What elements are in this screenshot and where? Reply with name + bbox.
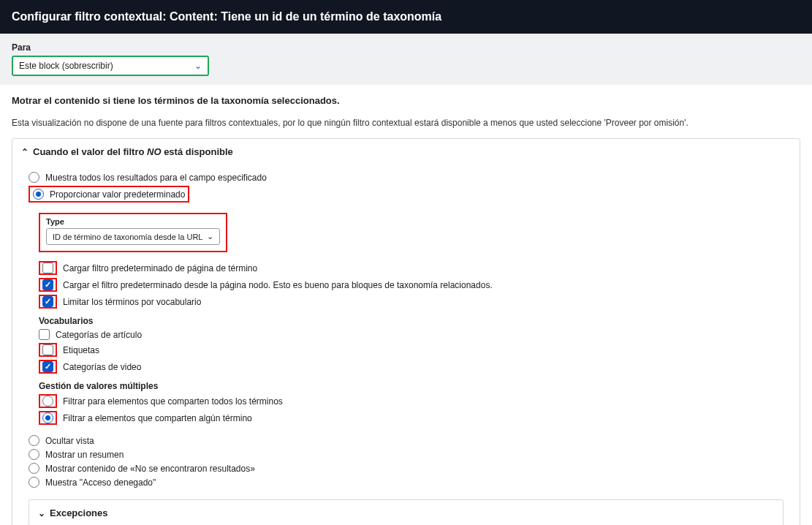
- radio-access-denied[interactable]: [29, 477, 39, 488]
- type-select[interactable]: ID de término de taxonomía desde la URL …: [46, 228, 220, 245]
- panel-when-no-filter-body: Muestra todos los resultados para el cam…: [12, 165, 800, 525]
- multi-values-heading: Gestión de valores múltiples: [39, 381, 783, 391]
- panel-exceptions-title: Excepciones: [50, 507, 108, 518]
- type-select-value: ID de término de taxonomía desde la URL: [53, 233, 202, 241]
- panel-title-post: está disponible: [162, 146, 233, 157]
- chevron-down-icon: ⌄: [194, 61, 202, 71]
- radio-no-results-row: Mostrar contenido de «No se encontraron …: [29, 463, 783, 474]
- check-limit-vocab-row: Limitar los términos por vocabulario: [39, 295, 783, 309]
- check-article-categories[interactable]: [39, 329, 50, 340]
- radio-summary-row: Mostrar un resumen: [29, 449, 783, 460]
- check-video-categories[interactable]: [42, 361, 53, 372]
- check-tags-row: Etiquetas: [39, 343, 783, 357]
- panel-title-em: NO: [147, 146, 162, 157]
- radio-access-denied-label: Muestra "Acceso denegado": [45, 477, 156, 488]
- check-tags-label: Etiquetas: [63, 345, 99, 355]
- check-load-term-page-row: Cargar filtro predeterminado de página d…: [39, 261, 783, 275]
- for-select[interactable]: Este block (sobrescribir) ⌄: [12, 56, 209, 76]
- panel-title-pre: Cuando el valor del filtro: [33, 146, 147, 157]
- radio-filter-any-term-label: Filtrar a elementos que comparten algún …: [63, 413, 252, 423]
- highlight-box-type: Type ID de término de taxonomía desde la…: [39, 213, 227, 252]
- radio-default-value-label: Proporcionar valor predeterminado: [50, 189, 185, 200]
- for-label: Para: [12, 42, 800, 53]
- highlight-box: [39, 295, 57, 309]
- for-select-value: Este block (sobrescribir): [19, 61, 113, 71]
- radio-hide-view-label: Ocultar vista: [45, 436, 94, 446]
- chevron-down-icon: ⌄: [207, 232, 213, 241]
- highlight-box: Proporcionar valor predeterminado: [29, 186, 189, 203]
- panel-exceptions-header[interactable]: ⌄ Excepciones: [29, 500, 783, 525]
- check-load-node-page-label: Cargar el filtro predeterminado desde la…: [63, 280, 493, 290]
- check-load-term-page-label: Cargar filtro predeterminado de página d…: [63, 263, 257, 273]
- check-limit-vocab-label: Limitar los términos por vocabulario: [63, 297, 201, 307]
- highlight-box: [39, 343, 57, 357]
- radio-filter-all-terms-label: Filtrar para elementos que comparten tod…: [63, 396, 283, 407]
- check-load-term-page[interactable]: [42, 262, 53, 273]
- radio-show-all-label: Muestra todos los resultados para el cam…: [45, 173, 267, 183]
- radio-no-results[interactable]: [29, 463, 39, 474]
- panel-title-text: Cuando el valor del filtro NO está dispo…: [33, 146, 233, 157]
- check-tags[interactable]: [42, 344, 53, 355]
- check-limit-vocab[interactable]: [42, 296, 53, 307]
- chevron-down-icon: ⌄: [38, 508, 45, 518]
- check-load-node-page[interactable]: [42, 279, 53, 290]
- vocabularies-list: Categorías de artículo Etiquetas Categor…: [39, 329, 783, 374]
- radio-filter-any-term-row: Filtrar a elementos que comparten algún …: [39, 411, 783, 425]
- radio-default-value[interactable]: [33, 189, 44, 200]
- check-load-node-page-row: Cargar el filtro predeterminado desde la…: [39, 278, 783, 292]
- highlight-box: [39, 261, 57, 275]
- intro-heading: Motrar el contenido si tiene los término…: [12, 95, 800, 106]
- fallback-actions: Ocultar vista Mostrar un resumen Mostrar…: [29, 435, 783, 488]
- radio-default-value-row: Proporcionar valor predeterminado: [29, 186, 783, 203]
- panel-exceptions: ⌄ Excepciones: [29, 499, 783, 525]
- highlight-box: [39, 278, 57, 292]
- type-block: Type ID de término de taxonomía desde la…: [39, 213, 227, 252]
- radio-filter-all-terms[interactable]: [42, 396, 53, 407]
- check-article-cat-row: Categorías de artículo: [39, 329, 783, 340]
- multi-values-list: Filtrar para elementos que comparten tod…: [39, 394, 783, 425]
- check-video-categories-label: Categorías de video: [63, 362, 141, 372]
- chevron-up-icon: ⌃: [21, 147, 29, 157]
- radio-no-results-label: Mostrar contenido de «No se encontraron …: [45, 464, 255, 474]
- radio-show-all[interactable]: [29, 172, 39, 183]
- load-options: Cargar filtro predeterminado de página d…: [39, 261, 783, 309]
- radio-filter-any-term[interactable]: [42, 412, 53, 423]
- radio-hide-view-row: Ocultar vista: [29, 435, 783, 446]
- panel-when-no-filter: ⌃ Cuando el valor del filtro NO está dis…: [12, 138, 800, 525]
- radio-hide-view[interactable]: [29, 435, 39, 446]
- vocabularies-heading: Vocabularios: [39, 316, 783, 326]
- dialog-title: Configurar filtro contextual: Content: T…: [12, 10, 441, 23]
- check-video-cat-row: Categorías de video: [39, 360, 783, 374]
- panel-when-no-filter-header[interactable]: ⌃ Cuando el valor del filtro NO está dis…: [12, 139, 800, 165]
- radio-show-all-row: Muestra todos los resultados para el cam…: [29, 172, 783, 183]
- highlight-box: [39, 360, 57, 374]
- radio-show-summary[interactable]: [29, 449, 39, 460]
- highlight-box: [39, 411, 57, 425]
- for-section: Para Este block (sobrescribir) ⌄: [0, 34, 812, 85]
- type-label: Type: [46, 217, 220, 226]
- intro-description: Esta visualización no dispone de una fue…: [12, 118, 800, 128]
- highlight-box: [39, 394, 57, 408]
- main-content: Motrar el contenido si tiene los término…: [0, 85, 812, 525]
- check-article-categories-label: Categorías de artículo: [56, 330, 142, 340]
- dialog-header: Configurar filtro contextual: Content: T…: [0, 0, 812, 34]
- radio-summary-label: Mostrar un resumen: [45, 450, 124, 460]
- radio-filter-all-terms-row: Filtrar para elementos que comparten tod…: [39, 394, 783, 408]
- radio-access-denied-row: Muestra "Acceso denegado": [29, 477, 783, 488]
